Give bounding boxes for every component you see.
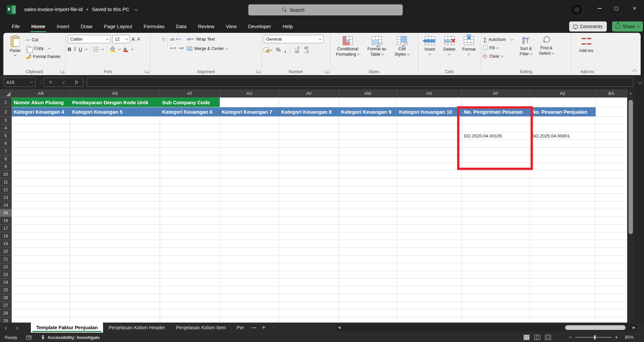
row-header-20[interactable]: 20 (0, 248, 12, 255)
fill-color-button[interactable] (110, 47, 115, 52)
menu-tab-formulas[interactable]: Formulas (138, 20, 170, 33)
insert-cells-button[interactable]: Insert (420, 35, 440, 68)
row-header-7[interactable]: 7 (0, 148, 12, 155)
menu-tab-data[interactable]: Data (170, 20, 192, 33)
row-header-13[interactable]: 13 (0, 194, 12, 202)
search-input[interactable]: Search (248, 4, 403, 15)
comma-style-button[interactable]: , (284, 46, 286, 54)
cell-styles-button[interactable]: Cell Styles (391, 35, 413, 68)
document-title[interactable]: sales-invoice-import-file-id • Saved to … (24, 6, 137, 12)
column-header-ax[interactable]: AX (397, 89, 462, 98)
menu-tab-review[interactable]: Review (192, 20, 220, 33)
find-select-button[interactable]: Find & Select (536, 35, 556, 68)
tab-bar-handle[interactable]: ⋮ (269, 325, 279, 330)
row-header-19[interactable]: 19 (0, 240, 12, 248)
font-dialog-launcher[interactable] (145, 70, 149, 74)
close-button[interactable]: ✕ (626, 0, 643, 17)
enter-button[interactable]: ✓ (62, 79, 66, 85)
scroll-up-icon[interactable]: ▲ (627, 89, 634, 98)
decrease-indent-button[interactable]: ⇤≡ (170, 46, 176, 51)
normal-view-button[interactable] (524, 335, 530, 340)
sheet-tab-template-faktur-penjualan[interactable]: Template Faktur Penjualan (31, 323, 103, 333)
menu-tab-draw[interactable]: Draw (75, 20, 98, 33)
shrink-font-button[interactable]: Aˇ (137, 37, 141, 42)
alignment-dialog-launcher[interactable] (256, 70, 260, 74)
share-button[interactable]: Share (612, 21, 643, 32)
zoom-slider-handle[interactable] (594, 335, 596, 339)
clipboard-dialog-launcher[interactable] (60, 70, 64, 74)
scroll-right-icon[interactable]: ▶ (633, 326, 635, 329)
sheet-tab-penjelasan-kolom-item[interactable]: Penjelasan Kolom Item (170, 323, 231, 333)
font-color-menu[interactable] (131, 47, 134, 50)
name-box-resize-handle[interactable]: ⋮ (39, 79, 44, 84)
menu-tab-developer[interactable]: Developer (242, 20, 277, 33)
align-top-button[interactable] (152, 38, 155, 41)
column-header-az[interactable]: AZ (530, 89, 596, 98)
cell-aw2[interactable]: Kategori Keuangan 9 (341, 107, 397, 117)
row-header-8[interactable]: 8 (0, 155, 12, 163)
row-header-12[interactable]: 12 (0, 186, 12, 194)
column-header-av[interactable]: AV (279, 89, 339, 98)
bold-button[interactable]: B (68, 47, 71, 52)
number-format-select[interactable]: General (264, 35, 324, 43)
cell-ar2[interactable]: Kategori Keuangan 4 (14, 107, 70, 117)
menu-tab-page-layout[interactable]: Page Layout (98, 20, 138, 33)
cut-button[interactable]: ✂Cut (26, 36, 61, 44)
decrease-decimal-button[interactable]: .00→0 (303, 46, 308, 53)
horizontal-scrollbar[interactable]: ◀ ▶ (336, 324, 638, 331)
delete-cells-button[interactable]: ✕ Delete (440, 35, 459, 68)
cell-ar1[interactable]: Nomor Akun Piutang (14, 98, 70, 107)
column-header-ay[interactable]: AY (462, 89, 530, 98)
menu-tab-home[interactable]: Home (26, 20, 51, 33)
row-header-15[interactable]: 15 (0, 209, 12, 217)
cell-grid[interactable]: Nomor Akun PiutangPembayaran Dengan Kode… (12, 98, 627, 323)
format-painter-button[interactable]: Format Painter (26, 53, 61, 60)
copy-button[interactable]: Copy (26, 45, 61, 52)
row-header-17[interactable]: 17 (0, 225, 12, 232)
next-sheet-button[interactable]: › (11, 323, 23, 332)
sheet-tab-penjelasan-kolom-header[interactable]: Penjelasan Kolom Header (103, 323, 170, 333)
accessibility-status[interactable]: Accessibility: Investigate (41, 335, 100, 340)
row-header-16[interactable]: 16 (0, 217, 12, 225)
cell-az5[interactable]: SO.2025.04.00001 (532, 132, 595, 140)
sort-filter-button[interactable]: AZ Sort & Filter (515, 35, 536, 68)
format-cells-button[interactable]: Format (459, 35, 479, 68)
conditional-formatting-button[interactable]: Conditional Formatting (332, 35, 363, 68)
zoom-slider[interactable] (575, 337, 611, 338)
page-layout-view-button[interactable] (534, 335, 540, 340)
format-as-table-button[interactable]: Format as Table (363, 35, 391, 68)
insert-function-button[interactable]: fx (75, 79, 78, 85)
row-header-25[interactable]: 25 (0, 286, 12, 294)
select-all-button[interactable] (0, 89, 12, 98)
zoom-in-button[interactable]: + (615, 334, 618, 340)
row-header-10[interactable]: 10 (0, 171, 12, 178)
borders-button[interactable] (94, 47, 99, 52)
comments-button[interactable]: Comments (569, 21, 607, 32)
menu-tab-help[interactable]: Help (277, 20, 299, 33)
column-header-ar[interactable]: AR (12, 89, 70, 98)
align-bottom-button[interactable] (162, 38, 165, 41)
menu-tab-insert[interactable]: Insert (51, 20, 75, 33)
font-size-select[interactable]: 12 (112, 35, 130, 43)
row-header-23[interactable]: 23 (0, 271, 12, 279)
cell-at2[interactable]: Kategori Keuangan 6 (162, 107, 219, 117)
cancel-button[interactable]: ✕ (49, 79, 53, 85)
row-header-29[interactable]: 29 (0, 317, 12, 323)
name-box[interactable]: A15 (3, 77, 36, 87)
column-header-au[interactable]: AU (220, 89, 279, 98)
cell-ax2[interactable]: Kategori Keuangan 10 (399, 107, 461, 117)
row-header-24[interactable]: 24 (0, 279, 12, 286)
menu-tab-view[interactable]: View (220, 20, 242, 33)
row-header-14[interactable]: 14 (0, 202, 12, 209)
page-break-view-button[interactable] (545, 335, 551, 340)
cell-az2[interactable]: No. Pesanan Penjualan (532, 107, 595, 117)
wrap-text-button[interactable]: ab↩ Wrap Text (187, 35, 228, 43)
new-sheet-button[interactable]: + (258, 324, 269, 331)
font-name-select[interactable]: Calibri (68, 35, 111, 43)
percent-style-button[interactable]: % (276, 47, 281, 53)
fill-color-menu[interactable] (118, 47, 121, 50)
cell-as2[interactable]: Kategori Keuangan 5 (72, 107, 160, 117)
zoom-percentage[interactable]: 85% (625, 335, 634, 340)
save-status[interactable]: Saved to this PC (92, 6, 130, 12)
borders-menu[interactable] (101, 47, 104, 50)
